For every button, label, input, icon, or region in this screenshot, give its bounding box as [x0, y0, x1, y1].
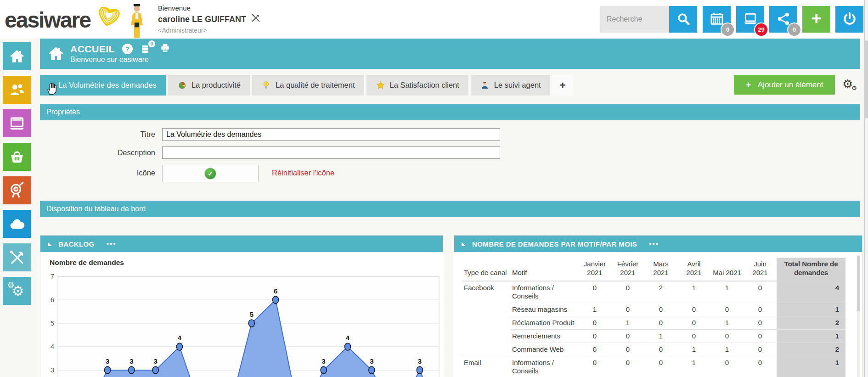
- user-name: caroline LE GUIFFANT: [158, 14, 246, 25]
- sessions-button[interactable]: 29: [736, 6, 764, 33]
- page-scrollbar-thumb[interactable]: [865, 40, 868, 118]
- backlog-widget: BACKLOG ••• Nombre de demandes 765433334…: [40, 235, 443, 377]
- sidebar-item-gears[interactable]: ⚙⚙: [3, 277, 31, 305]
- sidebar-nav: €⚙⚙: [3, 42, 31, 310]
- data-point-label: 6: [274, 287, 277, 295]
- page-scrollbar[interactable]: [864, 0, 868, 377]
- collapse-triangle-icon[interactable]: [48, 242, 52, 246]
- cell-month-value: 0: [611, 303, 644, 316]
- cell-month-value: 0: [578, 281, 611, 303]
- data-point[interactable]: [369, 366, 375, 374]
- backlog-area-chart: 765433334563433: [40, 252, 443, 377]
- tab-add-new[interactable]: +: [552, 75, 573, 96]
- cell-month-value: 1: [677, 343, 710, 356]
- table-row: EmailInformations / Conseils0001001: [462, 356, 845, 377]
- svg-text:4: 4: [51, 343, 54, 350]
- icone-picker[interactable]: ✓: [162, 165, 259, 182]
- table-row: FacebookInformations / Conseils0021104: [462, 281, 845, 303]
- svg-text:€: €: [14, 186, 17, 191]
- data-point[interactable]: [345, 343, 351, 350]
- table-row: Remerciements0010001: [462, 330, 845, 343]
- search-button[interactable]: [669, 6, 697, 33]
- tab-la-volum-trie-des-demandes[interactable]: La Volumétrie des demandes: [40, 75, 166, 96]
- svg-text:5: 5: [51, 319, 54, 327]
- welcome-block: Bienvenue caroline LE GUIFFANT <Administ…: [158, 4, 261, 34]
- data-point[interactable]: [129, 366, 135, 374]
- cell-total: 4: [777, 281, 845, 303]
- user-avatar[interactable]: [129, 3, 145, 39]
- column-header: Juin 2021: [744, 258, 777, 281]
- cell-motif: Réclamation Produit: [510, 316, 578, 330]
- cell-month-value: 0: [578, 316, 611, 330]
- data-point[interactable]: [273, 296, 279, 304]
- tools-icon: [8, 249, 26, 266]
- backlog-widget-header: BACKLOG •••: [40, 236, 443, 252]
- print-icon[interactable]: [159, 43, 171, 55]
- add-element-button[interactable]: + Ajouter un élément: [734, 75, 835, 95]
- sidebar-item-target[interactable]: €: [3, 176, 31, 204]
- motif-table-title: NOMBRE DE DEMANDES PAR MOTIF/PAR MOIS: [472, 240, 637, 248]
- sessions-badge: 29: [755, 23, 767, 36]
- widget-menu-icon[interactable]: •••: [649, 242, 659, 246]
- cell-month-value: 1: [677, 281, 710, 303]
- description-input[interactable]: [162, 146, 500, 159]
- cell-month-value: 0: [744, 343, 777, 356]
- tab-la-satisfaction-client[interactable]: La Satisfaction client: [366, 75, 468, 96]
- add-button[interactable]: +: [802, 6, 830, 33]
- heart-logo-icon: [91, 0, 127, 32]
- help-icon[interactable]: ?: [122, 44, 133, 54]
- tab-le-suivi-agent[interactable]: Le suivi agent: [471, 75, 550, 96]
- cell-month-value: 0: [744, 330, 777, 343]
- logout-button[interactable]: [835, 6, 863, 33]
- motif-table-widget: NOMBRE DE DEMANDES PAR MOTIF/PAR MOIS ••…: [454, 235, 862, 377]
- cell-month-value: 1: [578, 303, 611, 316]
- search-input[interactable]: [600, 6, 669, 33]
- data-point-label: 3: [418, 357, 422, 365]
- data-point[interactable]: [152, 366, 158, 374]
- easiware-dashboard-page: { "header": { "logo": "easiware", "welco…: [0, 0, 868, 377]
- share-button[interactable]: 0: [769, 6, 797, 33]
- cell-month-value: 0: [677, 303, 710, 316]
- tab-la-qualit-de-traitement[interactable]: La qualité de traitement: [252, 75, 364, 96]
- tools-wrench-icon[interactable]: [251, 13, 261, 26]
- plus-icon: +: [746, 79, 751, 90]
- sidebar-item-home[interactable]: [3, 42, 31, 70]
- column-header: Février 2021: [611, 258, 644, 281]
- sidebar-item-cloud[interactable]: [3, 210, 31, 238]
- sidebar-item-basket[interactable]: [3, 143, 31, 171]
- stack-icon[interactable]: 0: [140, 44, 152, 55]
- motif-widget-header: NOMBRE DE DEMANDES PAR MOTIF/PAR MOIS ••…: [454, 236, 862, 252]
- tab-la-productivit-[interactable]: La productivité: [168, 75, 250, 96]
- accueil-banner: ACCUEIL ? 0 Bienvenue sur easiware: [40, 39, 860, 69]
- column-header: Motif: [510, 258, 578, 281]
- cell-month-value: 1: [710, 316, 744, 330]
- sidebar-item-tools[interactable]: [3, 243, 31, 271]
- table-scrollbar[interactable]: [857, 255, 860, 377]
- reset-icon-link[interactable]: Réinitialiser l'icône: [272, 169, 334, 177]
- tab-settings-gear-icon[interactable]: ⚙⚙: [842, 77, 859, 94]
- cell-total: 1: [777, 303, 845, 316]
- calendar-badge: 0: [721, 23, 734, 36]
- home-icon: [8, 48, 26, 65]
- collapse-triangle-icon[interactable]: [462, 242, 466, 246]
- cell-month-value: 0: [744, 281, 777, 303]
- column-header: Mars 2021: [644, 258, 677, 281]
- widget-menu-icon[interactable]: •••: [107, 242, 117, 246]
- data-point[interactable]: [248, 320, 254, 327]
- data-point-label: 3: [153, 357, 157, 365]
- tab-label: La Satisfaction client: [390, 81, 459, 90]
- cell-total: 2: [777, 343, 845, 356]
- calendar-button[interactable]: 0: [703, 6, 731, 33]
- add-element-label: Ajouter un élément: [758, 80, 823, 90]
- data-point[interactable]: [417, 366, 423, 374]
- demandes-par-motif-table: Type de canalMotifJanvier 2021Février 20…: [462, 258, 845, 377]
- data-point[interactable]: [321, 366, 327, 374]
- data-point[interactable]: [105, 366, 111, 374]
- data-point[interactable]: [176, 343, 182, 350]
- titre-input[interactable]: [162, 128, 500, 141]
- cell-month-value: 1: [611, 316, 644, 330]
- sidebar-item-users[interactable]: [3, 76, 31, 104]
- sidebar-item-screen[interactable]: [3, 109, 31, 137]
- cell-month-value: 0: [644, 343, 677, 356]
- cell-month-value: 0: [611, 330, 644, 343]
